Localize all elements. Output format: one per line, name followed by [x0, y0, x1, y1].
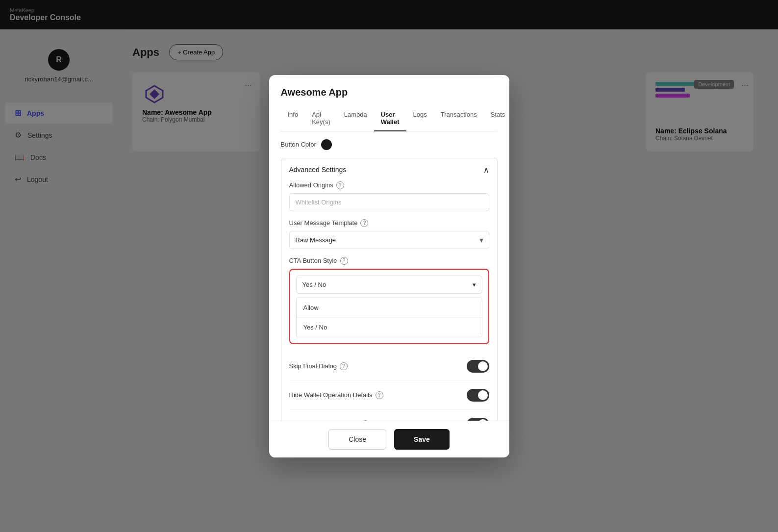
modal-footer: Close Save [269, 421, 509, 457]
hide-profile-row: Hide User Profile Details ? [289, 410, 489, 421]
cta-option-yes-no[interactable]: Yes / No [297, 318, 482, 337]
skip-dialog-toggle[interactable] [467, 360, 489, 373]
tab-transactions[interactable]: Transactions [434, 106, 484, 131]
cta-button-group: CTA Button Style ? Yes / No ▾ Allow Yes … [289, 257, 489, 344]
tab-stats[interactable]: Stats [484, 106, 509, 131]
color-swatch[interactable] [321, 139, 332, 150]
accordion-body: Allowed Origins ? User Message Template … [281, 181, 497, 421]
cta-option-allow[interactable]: Allow [297, 298, 482, 318]
modal: Awesome App Info Api Key(s) Lambda User … [269, 75, 509, 457]
modal-body: Button Color Advanced Settings ∧ Allowed… [269, 131, 509, 421]
allowed-origins-group: Allowed Origins ? [289, 181, 489, 211]
save-button[interactable]: Save [394, 429, 450, 450]
button-color-row: Button Color [281, 139, 498, 150]
cta-help-icon[interactable]: ? [340, 257, 348, 265]
hide-wallet-help-icon[interactable]: ? [376, 391, 383, 399]
tab-logs[interactable]: Logs [406, 106, 434, 131]
cta-dropdown-options: Allow Yes / No [296, 298, 482, 337]
allowed-origins-input[interactable] [289, 193, 489, 211]
skip-final-dialog-row: Skip Final Dialog ? [289, 352, 489, 381]
modal-header: Awesome App Info Api Key(s) Lambda User … [269, 75, 509, 131]
cta-dropdown-container: Yes / No ▾ Allow Yes / No [289, 269, 489, 344]
hide-wallet-toggle[interactable] [467, 389, 489, 402]
chevron-up-icon: ∧ [483, 165, 489, 175]
user-message-label: User Message Template ? [289, 219, 489, 227]
user-message-select[interactable]: Raw Message Decoded Message [289, 231, 489, 249]
tab-lambda[interactable]: Lambda [337, 106, 374, 131]
hide-profile-toggle[interactable] [467, 418, 489, 421]
accordion-title: Advanced Settings [289, 166, 347, 174]
close-button[interactable]: Close [328, 429, 386, 450]
cta-chevron-icon: ▾ [473, 281, 476, 288]
advanced-settings-accordion: Advanced Settings ∧ Allowed Origins ? [281, 158, 498, 421]
user-message-help-icon[interactable]: ? [360, 219, 368, 227]
hide-wallet-label: Hide Wallet Operation Details ? [289, 391, 383, 399]
accordion-header[interactable]: Advanced Settings ∧ [281, 158, 497, 181]
modal-title: Awesome App [281, 87, 498, 98]
cta-select-trigger[interactable]: Yes / No ▾ [296, 276, 482, 294]
user-message-select-wrapper: Raw Message Decoded Message ▾ [289, 231, 489, 249]
tab-user-wallet[interactable]: User Wallet [374, 106, 406, 131]
hide-wallet-row: Hide Wallet Operation Details ? [289, 381, 489, 410]
skip-dialog-help-icon[interactable]: ? [340, 362, 348, 370]
allowed-origins-help-icon[interactable]: ? [336, 181, 344, 189]
tab-api-keys[interactable]: Api Key(s) [305, 106, 337, 131]
skip-final-dialog-label: Skip Final Dialog ? [289, 362, 348, 370]
overlay: Awesome App Info Api Key(s) Lambda User … [0, 0, 778, 532]
user-message-group: User Message Template ? Raw Message Deco… [289, 219, 489, 249]
modal-tabs: Info Api Key(s) Lambda User Wallet Logs … [281, 106, 498, 131]
allowed-origins-label: Allowed Origins ? [289, 181, 489, 189]
cta-label: CTA Button Style ? [289, 257, 489, 265]
tab-info[interactable]: Info [281, 106, 305, 131]
cta-selected-value: Yes / No [302, 281, 326, 288]
button-color-label: Button Color [281, 141, 316, 148]
